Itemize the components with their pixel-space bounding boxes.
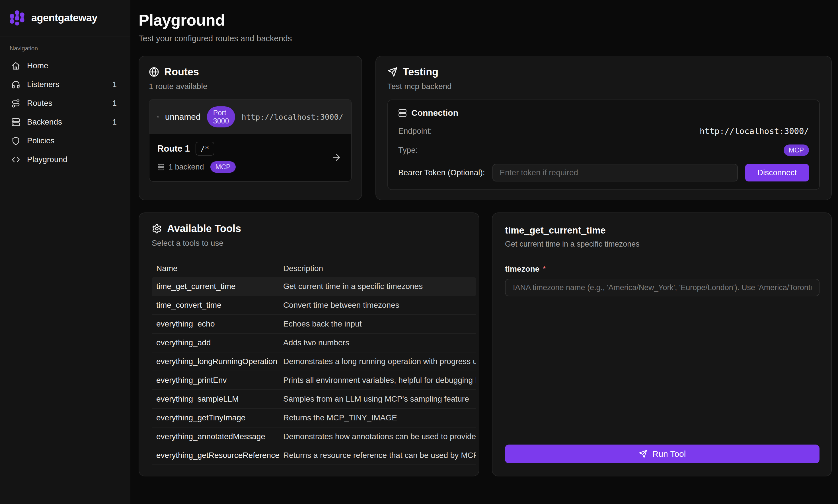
- nav-section-label: Navigation: [10, 45, 122, 52]
- sidebar-item-label: Home: [27, 61, 48, 70]
- tool-name: everything_longRunningOperation: [152, 357, 283, 366]
- tool-row-everything_getResourceReference[interactable]: everything_getResourceReference Returns …: [152, 446, 476, 465]
- tool-description: Get current time in a specific timezones: [283, 282, 476, 291]
- timezone-field-label-row: timezone *: [505, 265, 820, 274]
- endpoint-label: Endpoint:: [398, 127, 432, 136]
- run-tool-label: Run Tool: [652, 449, 686, 459]
- testing-card-title: Testing: [403, 66, 438, 78]
- page-subtitle: Test your configured routes and backends: [139, 34, 832, 43]
- send-icon: [387, 67, 398, 77]
- tools-card-subtitle: Select a tools to use: [152, 239, 466, 248]
- brand-header: agentgateway: [0, 0, 130, 36]
- connection-panel: Connection Endpoint: http://localhost:30…: [387, 100, 820, 190]
- type-badge: MCP: [784, 144, 809, 156]
- tool-row-time_convert_time[interactable]: time_convert_time Convert time between t…: [152, 296, 476, 315]
- tool-description: Adds two numbers: [283, 338, 476, 347]
- listener-row: unnamed Port 3000 http://localhost:3000/: [150, 100, 351, 134]
- tool-row-everything_annotatedMessage[interactable]: everything_annotatedMessage Demonstrates…: [152, 428, 476, 446]
- tool-name: everything_echo: [152, 319, 283, 328]
- gear-icon: [152, 223, 162, 234]
- tool-name: everything_getResourceReference: [152, 451, 283, 460]
- listener-url: http://localhost:3000/: [241, 113, 343, 122]
- sidebar-item-count: 1: [112, 80, 118, 89]
- shield-icon: [12, 137, 20, 145]
- sidebar-item-listeners[interactable]: Listeners 1: [8, 77, 122, 92]
- routes-card-title: Routes: [164, 66, 199, 78]
- tool-row-everything_add[interactable]: everything_add Adds two numbers: [152, 334, 476, 353]
- main-content: Playground Test your configured routes a…: [130, 0, 838, 504]
- route-row[interactable]: Route 1 /* 1 backend MCP: [150, 134, 351, 181]
- sidebar-item-count: 1: [112, 118, 118, 127]
- sidebar-item-backends[interactable]: Backends 1: [8, 115, 122, 129]
- tool-row-everything_longRunningOperation[interactable]: everything_longRunningOperation Demonstr…: [152, 353, 476, 371]
- tool-runner-title: time_get_current_time: [505, 225, 820, 236]
- tool-name: everything_printEnv: [152, 376, 283, 385]
- tools-table: Name Description time_get_current_time G…: [152, 260, 476, 465]
- tool-row-everything_printEnv[interactable]: everything_printEnv Prints all environme…: [152, 371, 476, 390]
- testing-card: Testing Test mcp backend Connection Endp…: [376, 56, 832, 200]
- route-name: Route 1: [157, 144, 190, 154]
- agentgateway-logo-icon: [8, 10, 25, 26]
- sidebar-item-count: 1: [112, 99, 118, 108]
- tool-row-everything_getTinyImage[interactable]: everything_getTinyImage Returns the MCP_…: [152, 409, 476, 428]
- type-label: Type:: [398, 146, 418, 155]
- route-backend-count: 1 backend: [169, 163, 204, 172]
- sidebar: agentgateway Navigation Home Listeners 1…: [0, 0, 130, 504]
- run-tool-button[interactable]: Run Tool: [505, 445, 820, 463]
- brand-name: agentgateway: [31, 12, 97, 24]
- port-badge: Port 3000: [207, 106, 235, 127]
- sidebar-item-home[interactable]: Home: [8, 59, 122, 73]
- tool-name: time_convert_time: [152, 301, 283, 310]
- tool-row-everything_echo[interactable]: everything_echo Echoes back the input: [152, 315, 476, 334]
- tool-description: Echoes back the input: [283, 319, 476, 328]
- sidebar-item-label: Listeners: [27, 80, 59, 89]
- sidebar-item-policies[interactable]: Policies: [8, 134, 122, 148]
- listener-name: unnamed: [165, 112, 201, 122]
- route-icon: [12, 99, 20, 108]
- server-icon: [398, 109, 407, 117]
- disconnect-button[interactable]: Disconnect: [745, 164, 809, 181]
- bearer-token-input[interactable]: [492, 164, 738, 181]
- server-icon: [157, 113, 159, 121]
- server-icon: [12, 118, 20, 127]
- route-open-arrow[interactable]: [331, 152, 342, 164]
- sidebar-item-label: Playground: [27, 155, 68, 164]
- app-root: agentgateway Navigation Home Listeners 1…: [0, 0, 838, 504]
- endpoint-value: http://localhost:3000/: [700, 126, 809, 136]
- tool-description: Demonstrates how annotations can be used…: [283, 432, 476, 441]
- tool-description: Samples from an LLM using MCP's sampling…: [283, 395, 476, 403]
- tool-name: everything_annotatedMessage: [152, 432, 283, 441]
- route-path-badge: /*: [195, 142, 214, 156]
- tool-row-time_get_current_time[interactable]: time_get_current_time Get current time i…: [152, 277, 476, 296]
- available-tools-card: Available Tools Select a tools to use Na…: [139, 213, 479, 476]
- tool-name: time_get_current_time: [152, 282, 283, 291]
- column-header-name: Name: [152, 264, 283, 273]
- sidebar-item-routes[interactable]: Routes 1: [8, 96, 122, 110]
- tool-description: Demonstrates a long running operation wi…: [283, 357, 476, 366]
- server-icon: [157, 164, 164, 170]
- sidebar-divider: [8, 175, 121, 175]
- endpoint-row: Endpoint: http://localhost:3000/: [398, 126, 809, 136]
- globe-icon: [149, 67, 159, 77]
- send-icon: [639, 450, 647, 458]
- tool-name: everything_sampleLLM: [152, 395, 283, 403]
- sidebar-item-label: Routes: [27, 99, 52, 108]
- tools-card-title: Available Tools: [167, 223, 241, 235]
- tool-description: Prints all environment variables, helpfu…: [283, 376, 476, 385]
- top-cards-row: Routes 1 route available unnamed Port 30…: [139, 56, 832, 200]
- testing-card-subtitle: Test mcp backend: [387, 82, 820, 91]
- tool-description: Convert time between timezones: [283, 301, 476, 310]
- listener-group: unnamed Port 3000 http://localhost:3000/…: [149, 99, 352, 182]
- route-protocol-badge: MCP: [210, 161, 236, 173]
- tool-description: Returns the MCP_TINY_IMAGE: [283, 413, 476, 422]
- timezone-field-label: timezone: [505, 265, 539, 274]
- tools-table-header: Name Description: [152, 260, 476, 277]
- timezone-input[interactable]: [505, 279, 820, 296]
- tool-row-everything_sampleLLM[interactable]: everything_sampleLLM Samples from an LLM…: [152, 390, 476, 409]
- tool-name: everything_getTinyImage: [152, 413, 283, 422]
- arrow-right-icon: [331, 152, 342, 162]
- sidebar-item-playground[interactable]: Playground: [8, 152, 122, 167]
- tool-name: everything_add: [152, 338, 283, 347]
- tool-runner-panel: time_get_current_time Get current time i…: [492, 213, 832, 476]
- sidebar-item-label: Backends: [27, 118, 62, 127]
